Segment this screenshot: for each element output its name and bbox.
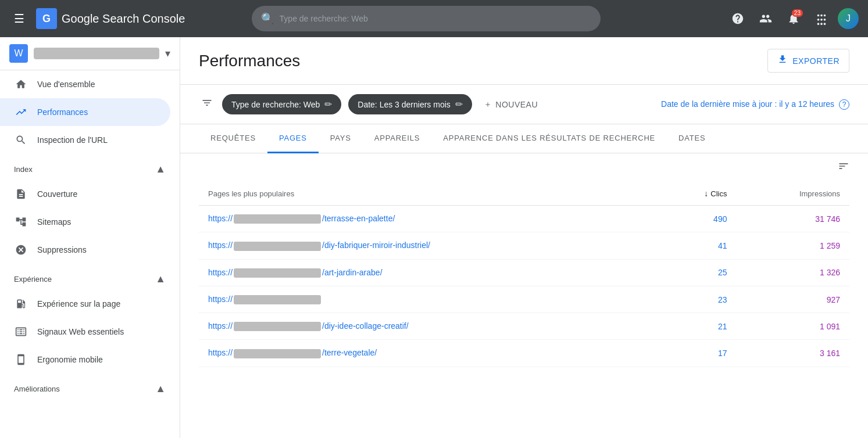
sidebar-section-ameliorations[interactable]: Améliorations ▲	[0, 374, 180, 400]
tab-appareils[interactable]: APPAREILS	[363, 124, 432, 153]
edit-icon-chip2: ✏	[455, 99, 463, 110]
table-row: https:///terre-vegetale/173 161	[199, 340, 849, 367]
sort-arrow-icon: ↓	[704, 189, 708, 198]
new-filter-label: NOUVEAU	[495, 100, 538, 109]
filter-chip-2-label: Date: Les 3 derniers mois	[358, 100, 451, 109]
sidebar: W ▾ Vue d'ensemble Performances Inspecti…	[0, 37, 180, 438]
grid-button[interactable]	[810, 7, 833, 30]
new-filter-button[interactable]: ＋ NOUVEAU	[479, 97, 542, 112]
sidebar-section-index[interactable]: Index ▲	[0, 154, 180, 180]
tab-pages[interactable]: PAGES	[267, 124, 319, 153]
table-cell-url[interactable]: https:///art-jardin-arabe/	[199, 259, 658, 286]
section-experience-chevron: ▲	[155, 273, 166, 285]
table-toolbar	[199, 153, 849, 182]
property-chevron-icon: ▾	[165, 47, 170, 60]
table-cell-clics: 17	[658, 340, 737, 367]
export-button[interactable]: EXPORTER	[767, 49, 849, 73]
table-cell-url[interactable]: https:///diy-fabriquer-miroir-industriel…	[199, 232, 658, 259]
data-table: Pages les plus populaires ↓Clics Impress…	[199, 182, 849, 367]
sidebar-item-label-performances: Performances	[37, 107, 88, 117]
export-icon	[777, 54, 788, 67]
notifications-button[interactable]: 23	[782, 7, 805, 30]
topbar: ☰ G Google Search Console 🔍 23 J	[0, 0, 868, 37]
property-name-blurred	[34, 48, 159, 59]
sidebar-item-suppressions[interactable]: Suppressions	[0, 236, 170, 264]
column-sort-button[interactable]	[838, 160, 849, 175]
sidebar-item-label-vitals: Signaux Web essentiels	[37, 327, 124, 336]
menu-icon[interactable]: ☰	[9, 7, 29, 30]
sidebar-item-couverture[interactable]: Couverture	[0, 180, 170, 208]
coverage-icon	[14, 188, 28, 200]
table-cell-url[interactable]: https:///diy-idee-collage-creatif/	[199, 313, 658, 340]
sidebar-item-url-inspection[interactable]: Inspection de l'URL	[0, 126, 170, 154]
sidebar-item-page-experience[interactable]: Expérience sur la page	[0, 290, 170, 318]
main-layout: W ▾ Vue d'ensemble Performances Inspecti…	[0, 37, 868, 438]
question-icon[interactable]: ?	[839, 99, 849, 110]
table-row: https:///art-jardin-arabe/251 326	[199, 259, 849, 286]
plus-icon: ＋	[484, 99, 492, 110]
tab-pays[interactable]: PAYS	[319, 124, 363, 153]
table-cell-clics: 21	[658, 313, 737, 340]
logo-icon: G	[36, 8, 57, 29]
app-title: Google Search Console	[62, 12, 185, 26]
trending-icon	[14, 106, 28, 118]
search-icon: 🔍	[261, 12, 274, 25]
table-cell-impressions: 1 326	[736, 259, 849, 286]
tab-dates[interactable]: DATES	[667, 124, 717, 153]
table-cell-url[interactable]: https:///terre-vegetale/	[199, 340, 658, 367]
sidebar-item-label-mobile: Ergonomie mobile	[37, 355, 103, 364]
home-icon	[14, 78, 28, 90]
sidebar-item-sitemaps[interactable]: Sitemaps	[0, 208, 170, 236]
table-cell-clics: 41	[658, 232, 737, 259]
table-cell-clics: 23	[658, 286, 737, 313]
wordpress-icon: W	[9, 44, 28, 63]
sidebar-item-label-overview: Vue d'ensemble	[37, 80, 95, 89]
table-cell-impressions: 1 091	[736, 313, 849, 340]
sidebar-item-mobile[interactable]: Ergonomie mobile	[0, 346, 170, 374]
sidebar-item-web-vitals[interactable]: Signaux Web essentiels	[0, 318, 170, 346]
sidebar-section-experience[interactable]: Expérience ▲	[0, 264, 180, 290]
tab-apparence[interactable]: APPARENCE DANS LES RÉSULTATS DE RECHERCH…	[431, 124, 667, 153]
table-cell-url[interactable]: https:///terrasse-en-palette/	[199, 206, 658, 232]
page-title: Performances	[199, 52, 300, 70]
filter-chip-1-label: Type de recherche: Web	[231, 100, 320, 109]
sidebar-item-label-sitemaps: Sitemaps	[37, 217, 71, 227]
filter-icon-button[interactable]	[199, 95, 215, 114]
date-info-text: Date de la dernière mise à jour : il y a…	[661, 99, 834, 109]
tab-requetes[interactable]: REQUÊTES	[199, 124, 267, 153]
help-button[interactable]	[726, 7, 749, 30]
search-bar[interactable]: 🔍	[252, 6, 601, 31]
col-header-pages: Pages les plus populaires	[199, 182, 658, 206]
content-area: Performances EXPORTER Type de recherche:…	[180, 37, 868, 438]
app-logo: G Google Search Console	[36, 8, 185, 29]
sidebar-item-label-suppressions: Suppressions	[37, 245, 87, 254]
table-cell-clics: 25	[658, 259, 737, 286]
col-header-impressions[interactable]: Impressions	[736, 182, 849, 206]
table-row: https://23927	[199, 286, 849, 313]
sidebar-item-label-url: Inspection de l'URL	[37, 135, 108, 145]
user-avatar[interactable]: J	[838, 8, 859, 29]
users-button[interactable]	[754, 7, 777, 30]
section-experience-label: Expérience	[14, 275, 52, 283]
export-label: EXPORTER	[792, 56, 840, 66]
filter-chip-search-type[interactable]: Type de recherche: Web ✏	[222, 94, 341, 114]
table-cell-impressions: 1 259	[736, 232, 849, 259]
filter-chip-date[interactable]: Date: Les 3 derniers mois ✏	[348, 94, 472, 114]
notification-badge: 23	[792, 9, 803, 17]
section-index-label: Index	[14, 165, 33, 174]
speed-icon	[14, 298, 28, 310]
topbar-actions: 23 J	[726, 7, 859, 30]
table-cell-url[interactable]: https://	[199, 286, 658, 313]
sidebar-item-overview[interactable]: Vue d'ensemble	[0, 70, 170, 98]
filters-bar: Type de recherche: Web ✏ Date: Les 3 der…	[180, 85, 868, 124]
sidebar-item-label-page-exp: Expérience sur la page	[37, 299, 120, 308]
table-row: https:///terrasse-en-palette/49031 746	[199, 206, 849, 232]
table-cell-impressions: 3 161	[736, 340, 849, 367]
sidebar-item-performances[interactable]: Performances	[0, 98, 170, 126]
property-selector[interactable]: W ▾	[0, 37, 180, 70]
table-cell-clics: 490	[658, 206, 737, 232]
col-header-clics[interactable]: ↓Clics	[658, 182, 737, 206]
search-input[interactable]	[280, 14, 591, 23]
sidebar-item-label-couverture: Couverture	[37, 189, 77, 199]
section-ameliorations-chevron: ▲	[155, 383, 166, 395]
